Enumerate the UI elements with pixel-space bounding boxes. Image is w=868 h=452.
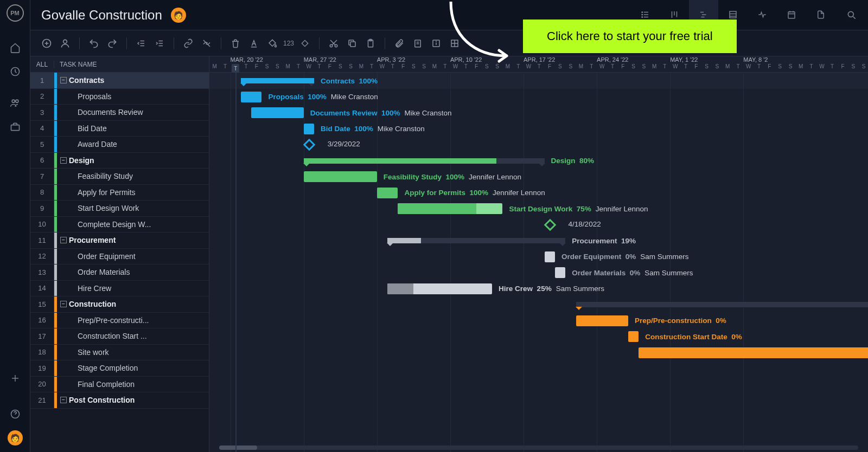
recent-icon[interactable] [8,64,23,79]
gantt-row[interactable]: Order Equipment 0%Sam Summers [209,249,868,265]
task-row[interactable]: 21−Post Construction [30,392,209,409]
task-row[interactable]: 9Start Design Work [30,201,209,217]
redo-icon[interactable] [105,36,120,51]
task-row[interactable]: 18Site work [30,345,209,361]
paste-icon[interactable] [363,36,378,51]
collapse-toggle-icon[interactable]: − [60,157,67,164]
gantt-row[interactable]: Contracts 100% [209,73,868,89]
assign-icon[interactable] [58,36,73,51]
gantt-row[interactable]: Feasibility Study 100%Jennifer Lennon [209,169,868,185]
gantt-summary-bar[interactable]: Design 80% [304,158,545,164]
task-row[interactable]: 11−Procurement [30,233,209,249]
gantt-task-bar[interactable]: Bid Date 100%Mike Cranston [304,124,314,134]
gantt-body[interactable]: Contracts 100%Proposals 100%Mike Cransto… [209,73,868,452]
task-row[interactable]: 12Order Equipment [30,249,209,265]
gantt-task-bar[interactable]: Construction Start Date 0% [628,331,639,342]
gantt-row[interactable]: Bid Date 100%Mike Cranston [209,121,868,137]
task-row[interactable]: 1−Contracts [30,73,209,89]
add-icon[interactable] [8,371,23,386]
gantt-task-bar[interactable]: Hire Crew 25%Sam Summers [387,283,492,294]
task-row[interactable]: 19Stage Completion [30,360,209,377]
number-icon[interactable]: 123 [283,36,294,51]
gantt-row[interactable] [209,360,868,377]
link-icon[interactable] [181,36,196,51]
user-avatar[interactable]: 🧑 [8,430,23,445]
task-row[interactable]: 8Apply for Permits [30,185,209,201]
view-activity-icon[interactable] [748,0,777,30]
free-trial-cta[interactable]: Click here to start your free trial [523,20,737,53]
project-owner-avatar[interactable]: 🧑 [171,8,186,23]
collapse-toggle-icon[interactable]: − [60,301,67,307]
people-icon[interactable] [8,95,23,111]
add-task-icon[interactable] [39,36,54,51]
home-icon[interactable] [8,40,23,55]
gantt-row[interactable]: 3/29/2022 [209,137,868,153]
task-row[interactable]: 3Documents Review [30,105,209,121]
gantt-task-bar[interactable]: Proposals 100%Mike Cranston [241,92,262,102]
text-color-icon[interactable] [246,36,261,51]
collapse-toggle-icon[interactable]: − [60,77,67,83]
gantt-task-bar[interactable]: Apply for Permits 100%Jennifer Lennon [377,188,398,198]
horizontal-scrollbar[interactable] [219,445,858,450]
undo-icon[interactable] [86,36,101,51]
task-row[interactable]: 13Order Materials [30,264,209,281]
task-row[interactable]: 2Proposals [30,89,209,105]
gantt-task-bar[interactable]: Start Design Work 75%Jennifer Lennon [398,203,502,214]
gantt-row[interactable]: Apply for Permits 100%Jennifer Lennon [209,185,868,201]
help-icon[interactable] [8,406,23,422]
indent-icon[interactable] [152,36,167,51]
gantt-task-bar[interactable]: Order Equipment 0%Sam Summers [545,251,555,262]
briefcase-icon[interactable] [8,119,23,134]
delete-icon[interactable] [228,36,243,51]
app-logo[interactable]: PM [7,4,24,22]
gantt-row[interactable]: Order Materials 0%Sam Summers [209,264,868,281]
task-row[interactable]: 10Complete Design W... [30,217,209,233]
task-row[interactable]: 20Final Completion [30,377,209,393]
task-row[interactable]: 14Hire Crew [30,281,209,297]
info-icon[interactable] [429,36,444,51]
gantt-task-bar[interactable]: Order Materials 0%Sam Summers [555,267,565,278]
gantt-row[interactable] [209,345,868,361]
unlink-icon[interactable] [199,36,214,51]
fill-color-icon[interactable] [265,36,280,51]
view-calendar-icon[interactable] [777,0,806,30]
gantt-row[interactable]: Start Design Work 75%Jennifer Lennon [209,201,868,217]
attachment-icon[interactable] [392,36,407,51]
copy-icon[interactable] [344,36,360,51]
gantt-row[interactable] [209,296,868,313]
gantt-summary-bar[interactable]: Contracts 100% [241,78,314,83]
task-row[interactable]: 16Prep/Pre-constructi... [30,313,209,329]
gantt-row[interactable]: Prep/Pre-construction 0% [209,313,868,329]
gantt-milestone[interactable] [544,218,556,231]
gantt-task-bar[interactable]: Prep/Pre-construction 0% [576,315,629,326]
gantt-summary-bar[interactable]: Procurement 19% [387,238,565,243]
outdent-icon[interactable] [133,36,149,51]
gantt-row[interactable]: Documents Review 100%Mike Cranston [209,105,868,121]
gantt-task-bar[interactable]: Documents Review 100%Mike Cranston [251,107,304,118]
gantt-row[interactable]: 4/18/2022 [209,217,868,233]
gantt-row[interactable]: Proposals 100%Mike Cranston [209,89,868,105]
note-icon[interactable] [410,36,425,51]
task-row[interactable]: 4Bid Date [30,121,209,137]
grid-icon[interactable] [447,36,462,51]
milestone-icon[interactable] [297,36,312,51]
view-files-icon[interactable] [806,0,835,30]
gantt-row[interactable]: Procurement 19% [209,233,868,249]
gantt-row[interactable] [209,392,868,409]
gantt-task-bar[interactable] [639,347,868,358]
gantt-row[interactable]: Construction Start Date 0% [209,328,868,345]
search-icon[interactable] [846,10,857,21]
gantt-task-bar[interactable]: Feasibility Study 100%Jennifer Lennon [304,171,377,182]
collapse-toggle-icon[interactable]: − [60,397,67,403]
gantt-summary-bar[interactable] [576,302,869,307]
task-row[interactable]: 6−Design [30,153,209,169]
gantt-row[interactable]: Design 80% [209,153,868,169]
collapse-toggle-icon[interactable]: − [60,237,67,243]
col-header-all[interactable]: ALL [30,61,54,68]
task-row[interactable]: 7Feasibility Study [30,169,209,185]
task-row[interactable]: 5Award Date [30,137,209,153]
gantt-row[interactable]: Hire Crew 25%Sam Summers [209,281,868,297]
task-row[interactable]: 15−Construction [30,296,209,313]
col-header-name[interactable]: TASK NAME [54,61,97,68]
gantt-milestone[interactable] [303,139,315,151]
